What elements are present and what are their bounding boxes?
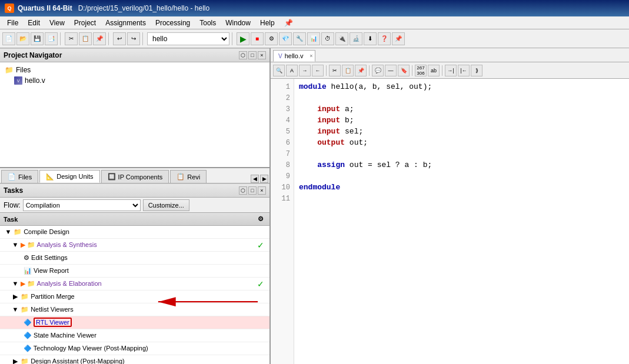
task-row-tech-map[interactable]: 🔷 Technology Map Viewer (Post-Mapping): [0, 342, 269, 355]
power-button[interactable]: 🔌: [335, 32, 348, 45]
menu-extra[interactable]: 📌: [284, 19, 293, 27]
redo-button[interactable]: ↪: [127, 32, 140, 45]
editor-fwd-button[interactable]: ⟫: [471, 65, 482, 76]
editor-sep-4: [442, 65, 442, 76]
fitter-button[interactable]: 📊: [307, 32, 320, 45]
editor-tab-hello[interactable]: V hello.v ×: [273, 50, 315, 62]
analysis-button[interactable]: ⚙: [265, 32, 278, 45]
task-row-analysis-elaboration[interactable]: ▼ ▶ 📁 Analysis & Elaboration ✓: [0, 278, 269, 290]
task-row-compile-design[interactable]: ▼ 📁 Compile Design: [0, 226, 269, 239]
extra-button[interactable]: 📌: [392, 32, 405, 45]
editor-paste-code-button[interactable]: 📌: [355, 65, 367, 76]
tab-revi[interactable]: 📋 Revi: [170, 170, 207, 183]
open-button[interactable]: 📂: [16, 32, 29, 45]
task-row-netlist-viewers[interactable]: ▼ 📁 Netlist Viewers: [0, 303, 269, 316]
expand-as[interactable]: ▼: [12, 241, 19, 248]
editor-copy-code-button[interactable]: 📋: [342, 65, 354, 76]
start-compilation-button[interactable]: ▶: [237, 32, 249, 45]
tasks-float-button[interactable]: ⬡: [239, 186, 247, 195]
task-row-analysis-synthesis[interactable]: ▼ ▶ 📁 Analysis & Synthesis ✓: [0, 239, 269, 252]
undo-button[interactable]: ↩: [113, 32, 126, 45]
customize-button[interactable]: Customize...: [143, 199, 189, 211]
task-row-design-assistant[interactable]: ▶ 📁 Design Assistant (Post-Mapping): [0, 355, 269, 364]
menu-tools[interactable]: Tools: [195, 18, 221, 28]
panel-controls: ⬡ □ ×: [239, 51, 266, 59]
timing-button[interactable]: ⏱: [321, 32, 334, 45]
menu-help[interactable]: Help: [255, 18, 279, 28]
editor-format-button[interactable]: A: [286, 65, 298, 76]
tab-design-units-label: Design Units: [56, 173, 93, 180]
copy-button[interactable]: 📋: [79, 32, 92, 45]
tasks-maximize-button[interactable]: □: [248, 186, 257, 195]
sim-button[interactable]: 🔬: [350, 32, 362, 45]
menu-edit[interactable]: Edit: [23, 18, 45, 28]
editor-indent-button[interactable]: →: [299, 65, 311, 76]
ae-label: Analysis & Elaboration: [37, 280, 102, 287]
task-row-state-machine[interactable]: 🔷 State Machine Viewer: [0, 329, 269, 342]
project-select[interactable]: hello: [147, 32, 229, 45]
expand-ae[interactable]: ▼: [12, 280, 19, 287]
editor-uncomment-button[interactable]: —: [385, 65, 397, 76]
save-button[interactable]: 💾: [31, 32, 44, 45]
expand-da[interactable]: ▶: [12, 358, 19, 365]
editor-outdent-button[interactable]: ←: [312, 65, 324, 76]
menu-file[interactable]: File: [2, 18, 23, 28]
tab-files[interactable]: 📄 Files: [1, 170, 38, 183]
flow-select[interactable]: Compilation: [23, 199, 141, 211]
task-row-edit-settings[interactable]: ⚙ Edit Settings: [0, 252, 269, 265]
download-button[interactable]: ⬇: [364, 32, 377, 45]
expand-nv[interactable]: ▼: [12, 306, 19, 313]
chip-planner-button[interactable]: 🔧: [293, 32, 306, 45]
tasks-panel: Tasks ⬡ □ × Flow: Compilation Customize.…: [0, 183, 269, 364]
program-button[interactable]: 💎: [279, 32, 292, 45]
code-content[interactable]: module hello(a, b, sel, out); input a; i…: [294, 79, 629, 364]
editor-comment-button[interactable]: 💬: [372, 65, 384, 76]
editor-tab-close[interactable]: ×: [309, 53, 312, 59]
help-button[interactable]: ❓: [378, 32, 391, 45]
cut-button[interactable]: ✂: [65, 32, 78, 45]
menu-processing[interactable]: Processing: [151, 18, 195, 28]
paste-button[interactable]: 📌: [93, 32, 106, 45]
editor-back-button[interactable]: |←: [458, 65, 470, 76]
task-row-view-report[interactable]: 📊 View Report: [0, 265, 269, 278]
keyword-module: module: [299, 82, 331, 91]
menu-assignments[interactable]: Assignments: [101, 18, 151, 28]
menu-project[interactable]: Project: [69, 18, 101, 28]
save-all-button[interactable]: 📑: [45, 32, 58, 45]
editor-cut-code-button[interactable]: ✂: [329, 65, 341, 76]
expand-compile[interactable]: ▼: [5, 228, 12, 235]
stop-button[interactable]: ■: [251, 32, 264, 45]
tab-next-button[interactable]: ▶: [260, 175, 268, 183]
tab-design-units[interactable]: 📐 Design Units: [39, 170, 99, 183]
maximize-panel-button[interactable]: □: [248, 51, 257, 59]
expand-pm[interactable]: ▶: [12, 293, 19, 300]
task-table-header: Task ⚙: [0, 213, 269, 226]
compile-label: Compile Design: [24, 228, 69, 235]
task-row-partition-merge[interactable]: ▶ 📁 Partition Merge: [0, 290, 269, 303]
keyword-input-a: input: [317, 105, 345, 113]
editor-word-wrap-button[interactable]: ab: [428, 65, 440, 76]
line-num-10: 10: [271, 182, 290, 193]
files-folder[interactable]: 📁 Files: [2, 65, 267, 75]
pm-icon: 📁: [21, 293, 29, 300]
editor-find-button[interactable]: 🔍: [273, 65, 285, 76]
menu-view[interactable]: View: [45, 18, 69, 28]
status-col-header: ⚙: [252, 214, 269, 224]
tasks-controls: ⬡ □ ×: [239, 186, 266, 195]
editor-goto-button[interactable]: →|: [445, 65, 457, 76]
close-panel-button[interactable]: ×: [258, 51, 266, 59]
tab-ip-components[interactable]: 🔲 IP Components: [101, 170, 169, 183]
tab-prev-button[interactable]: ◀: [251, 175, 259, 183]
menu-window[interactable]: Window: [221, 18, 255, 28]
tasks-close-button[interactable]: ×: [258, 186, 266, 195]
new-button[interactable]: 📄: [2, 32, 15, 45]
task-row-rtl-viewer[interactable]: 🔷 RTL Viewer: [0, 316, 269, 329]
separator-3: [142, 32, 145, 45]
float-button[interactable]: ⬡: [239, 51, 247, 59]
editor-bookmark-button[interactable]: 🔖: [398, 65, 410, 76]
flow-bar: Flow: Compilation Customize...: [0, 198, 269, 213]
code-line-11: [299, 193, 624, 204]
hello-v-file[interactable]: V hello.v: [2, 75, 267, 86]
files-folder-label: Files: [16, 66, 31, 74]
editor-linenum-button[interactable]: 267306: [415, 65, 427, 76]
